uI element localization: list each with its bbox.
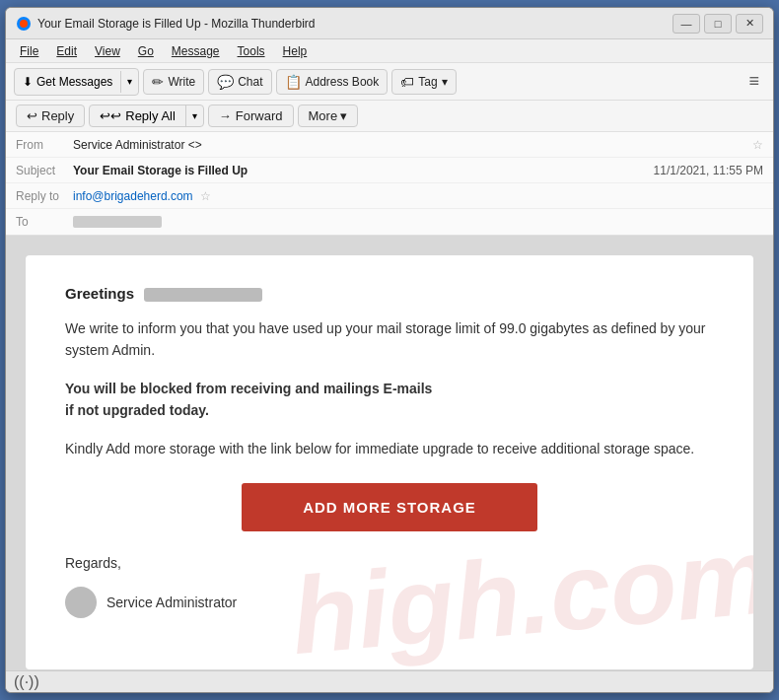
email-text: Greetings We write to inform you that yo…	[65, 285, 714, 618]
menu-go[interactable]: Go	[130, 42, 162, 60]
sender-name: Service Administrator	[106, 595, 237, 610]
get-messages-dropdown[interactable]: ⬇ Get Messages ▾	[14, 68, 139, 96]
chat-button[interactable]: 💬 Chat	[208, 69, 271, 95]
email-paragraph-2: You will be blocked from receiving and m…	[65, 378, 714, 422]
reply-to-label: Reply to	[16, 189, 73, 203]
email-greeting: Greetings	[65, 285, 714, 302]
reply-all-split[interactable]: ↩↩ Reply All ▾	[89, 105, 204, 127]
email-body: high.com Greetings We write to inform yo…	[6, 236, 773, 670]
reply-icon: ↩	[27, 108, 37, 123]
forward-icon: →	[219, 108, 232, 123]
menu-help[interactable]: Help	[275, 42, 316, 60]
toolbar-overflow-button[interactable]: ≡	[743, 69, 765, 94]
write-label: Write	[168, 75, 195, 89]
write-button[interactable]: ✏ Write	[143, 69, 204, 95]
reply-to-star-icon[interactable]: ☆	[200, 189, 211, 203]
greeting-blurred-name	[144, 288, 262, 302]
app-icon	[16, 16, 32, 32]
reply-all-icon: ↩↩	[100, 108, 121, 123]
address-book-icon: 📋	[285, 74, 302, 90]
tag-icon: 🏷	[400, 74, 414, 90]
titlebar: Your Email Storage is Filled Up - Mozill…	[6, 8, 773, 39]
titlebar-left: Your Email Storage is Filled Up - Mozill…	[16, 16, 315, 32]
email-header: ↩ Reply ↩↩ Reply All ▾ → Forward More ▾ …	[6, 101, 773, 236]
chat-icon: 💬	[217, 74, 234, 90]
from-star-icon[interactable]: ☆	[752, 138, 763, 152]
chat-label: Chat	[238, 75, 262, 89]
wifi-icon: ((·))	[14, 673, 39, 691]
reply-to-email: info@brigadeherd.com	[73, 189, 193, 203]
subject-label: Subject	[16, 164, 73, 177]
close-button[interactable]: ✕	[736, 14, 763, 34]
sender-row: Service Administrator	[65, 587, 714, 618]
menubar: File Edit View Go Message Tools Help	[6, 39, 773, 63]
window-title: Your Email Storage is Filled Up - Mozill…	[37, 17, 315, 31]
action-row: ↩ Reply ↩↩ Reply All ▾ → Forward More ▾	[6, 101, 773, 132]
more-arrow-icon: ▾	[340, 108, 347, 123]
reply-all-arrow[interactable]: ▾	[186, 107, 203, 124]
window-controls: — □ ✕	[673, 14, 763, 34]
from-row: From Service Administrator <> ☆	[6, 132, 773, 158]
email-paragraph-3: Kindly Add more storage with the link be…	[65, 438, 714, 459]
menu-view[interactable]: View	[87, 42, 128, 60]
menu-file[interactable]: File	[12, 42, 46, 60]
reply-button[interactable]: ↩ Reply	[16, 105, 85, 127]
email-date: 11/1/2021, 11:55 PM	[654, 164, 763, 177]
get-messages-arrow[interactable]: ▾	[121, 72, 138, 91]
from-label: From	[16, 138, 73, 152]
reply-all-label: Reply All	[125, 108, 176, 123]
tag-button[interactable]: 🏷 Tag ▾	[391, 69, 456, 95]
to-label: To	[16, 215, 73, 229]
tag-label: Tag	[418, 75, 437, 89]
main-window: Your Email Storage is Filled Up - Mozill…	[5, 7, 774, 693]
reply-label: Reply	[41, 108, 74, 123]
add-more-storage-button[interactable]: ADD MORE STORAGE	[242, 483, 537, 531]
reply-to-row: Reply to info@brigadeherd.com ☆	[6, 183, 773, 209]
address-book-button[interactable]: 📋 Address Book	[276, 69, 389, 95]
svg-point-1	[20, 20, 28, 28]
forward-button[interactable]: → Forward	[208, 105, 294, 127]
subject-value: Your Email Storage is Filled Up	[73, 164, 654, 177]
to-value-blurred	[73, 216, 162, 228]
menu-tools[interactable]: Tools	[230, 42, 273, 60]
address-book-label: Address Book	[306, 75, 380, 89]
menu-edit[interactable]: Edit	[48, 42, 85, 60]
to-row: To	[6, 209, 773, 235]
minimize-button[interactable]: —	[673, 14, 700, 34]
more-button[interactable]: More ▾	[298, 105, 359, 127]
toolbar: ⬇ Get Messages ▾ ✏ Write 💬 Chat 📋 Addres…	[6, 63, 773, 101]
write-icon: ✏	[152, 74, 164, 90]
get-messages-label: Get Messages	[36, 75, 112, 89]
tag-arrow-icon: ▾	[442, 75, 448, 89]
more-label: More	[309, 108, 338, 123]
email-content-card: high.com Greetings We write to inform yo…	[26, 255, 753, 669]
sender-avatar	[65, 587, 97, 618]
reply-to-value: info@brigadeherd.com ☆	[73, 189, 763, 203]
subject-row: Subject Your Email Storage is Filled Up …	[6, 158, 773, 183]
menu-message[interactable]: Message	[164, 42, 228, 60]
email-paragraph-1: We write to inform you that you have use…	[65, 317, 714, 362]
get-messages-icon: ⬇	[23, 75, 33, 89]
maximize-button[interactable]: □	[704, 14, 732, 34]
get-messages-button[interactable]: ⬇ Get Messages	[15, 71, 121, 93]
email-regards: Regards,	[65, 555, 714, 571]
from-value: Service Administrator <>	[73, 138, 748, 152]
statusbar: ((·))	[6, 670, 773, 692]
forward-label: Forward	[236, 108, 283, 123]
reply-all-button[interactable]: ↩↩ Reply All	[90, 105, 186, 126]
